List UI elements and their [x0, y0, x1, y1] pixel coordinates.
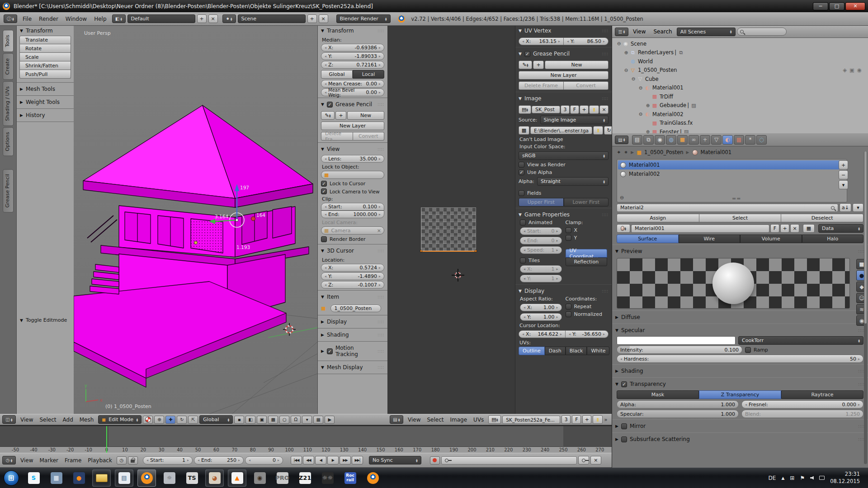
display-panel-header[interactable]: ▶Display::::: [318, 317, 387, 327]
uv-menu-uvs[interactable]: UVs: [470, 416, 487, 424]
taskbar-firefox[interactable]: ●: [70, 469, 88, 487]
clip-end-field[interactable]: ◂End:1000.000▸: [321, 211, 384, 218]
shading-panel-header[interactable]: ▶Shading::::: [612, 366, 868, 376]
outliner-row-gebaeude[interactable]: ⊕▩Gebaeude | ▨: [614, 101, 866, 110]
volume-icon[interactable]: [810, 476, 814, 480]
select-icon[interactable]: ▣: [849, 67, 854, 73]
outliner-row-cube[interactable]: ⊖▽Cube: [614, 75, 866, 84]
ramp-checkbox[interactable]: [745, 347, 751, 353]
render-border-checkbox[interactable]: [321, 236, 327, 242]
hardness-field[interactable]: ◂Hardness:50▸: [617, 355, 863, 363]
cursor-y-field[interactable]: ◂Y:-36.650▸: [566, 330, 609, 338]
repeat-checkbox[interactable]: [566, 304, 571, 310]
image-fake-user-button[interactable]: F: [570, 105, 579, 114]
add-layout-button[interactable]: +: [197, 14, 207, 23]
render-opengl-anim-button[interactable]: ▶: [325, 416, 335, 424]
outliner-menu-search[interactable]: Search: [650, 28, 675, 36]
outliner-row-trdiff[interactable]: ▩TrDiff: [614, 92, 866, 101]
image-users-button[interactable]: 3: [561, 105, 570, 114]
taskbar-gears-app[interactable]: ☼☼: [318, 469, 337, 487]
image-new-button[interactable]: +: [580, 105, 589, 114]
orientation-select[interactable]: Global▲▼: [199, 415, 233, 424]
median-z-field[interactable]: ◂Z:0.72161▸: [321, 61, 384, 69]
cursor-icon[interactable]: ◈: [843, 67, 847, 73]
tab-modifiers[interactable]: +: [700, 135, 710, 145]
clip-start-field[interactable]: ◂Start:0.100▸: [321, 203, 384, 211]
translate-button[interactable]: Translate: [19, 36, 71, 44]
screen-layout-select[interactable]: Default: [127, 14, 195, 23]
taskbar-start-button[interactable]: ⊞: [2, 469, 20, 487]
view-as-render-checkbox[interactable]: [519, 162, 524, 168]
viewport-menu-view[interactable]: View: [17, 416, 36, 424]
screen-layout-icon[interactable]: ◧▲▼: [112, 14, 126, 23]
clamp-x-checkbox[interactable]: [566, 227, 571, 233]
frame-end-field[interactable]: ◂End:250▸: [194, 456, 244, 465]
render-engine-select[interactable]: Blender Render▲▼: [336, 14, 391, 23]
transform-panel-header[interactable]: ▼Transform::::: [318, 26, 387, 36]
outliner-row-fenster[interactable]: ⊕▩Fenster | ▨: [614, 127, 866, 133]
specular-intensity-slider[interactable]: Intensity:0.100: [617, 346, 742, 354]
tab-particles[interactable]: *: [745, 135, 755, 145]
editor-type-properties-icon[interactable]: ▤▲▼: [615, 136, 628, 144]
tool-tab-grease-pencil[interactable]: Grease Pencil: [3, 169, 14, 212]
snap-element-select[interactable]: ▾: [302, 416, 312, 424]
delete-scene-button[interactable]: ×: [319, 14, 328, 23]
history-panel-header[interactable]: ▶History: [17, 110, 74, 120]
minimize-button[interactable]: ─: [813, 2, 828, 10]
global-toggle[interactable]: Global: [321, 70, 353, 79]
taskbar-paint-app[interactable]: ◕: [205, 469, 224, 487]
outliner-filter-select[interactable]: All Scenes▲▼: [677, 28, 736, 36]
editor-type-uv-icon[interactable]: ▤▲▼: [390, 415, 403, 424]
uv-add-pencil-button[interactable]: +: [533, 61, 544, 69]
mesh-tools-panel-header[interactable]: ▶Mesh Tools: [17, 84, 74, 94]
tool-tab-options[interactable]: Options: [3, 127, 14, 156]
mapping-reflection-toggle[interactable]: Reflection: [566, 258, 608, 266]
add-pencil-button[interactable]: +: [335, 111, 346, 120]
blend-field[interactable]: Blend:1.250: [741, 410, 863, 418]
lens-field[interactable]: ◂Lens:35.000▸: [321, 155, 384, 163]
frame-start-field[interactable]: ◂Start:1▸: [143, 456, 193, 465]
specular-panel-header[interactable]: ▼Specular::::: [612, 325, 868, 335]
assign-button[interactable]: Assign: [617, 214, 699, 222]
item-name-field[interactable]: 1_0500_Posten: [330, 305, 381, 312]
median-y-field[interactable]: ◂Y:-1.89033▸: [321, 52, 384, 60]
game-properties-header[interactable]: ▼Game Properties::::: [515, 210, 612, 220]
clock[interactable]: 23:31 08.12.2015: [830, 471, 860, 485]
alpha-slider[interactable]: Alpha:1.000: [617, 400, 739, 408]
preview-panel-header[interactable]: ▼Preview::::: [612, 246, 868, 256]
anim-speed-field[interactable]: ◂Speed:1▸: [520, 246, 562, 254]
lock-to-cursor-checkbox[interactable]: ✓: [321, 181, 327, 187]
filter-options-button[interactable]: ▾: [853, 203, 863, 212]
uv-draw-mode-white[interactable]: White: [587, 347, 609, 355]
jump-to-end-button[interactable]: ▶▶|: [352, 456, 363, 465]
tab-object[interactable]: ■: [677, 135, 688, 145]
image-pack-icon[interactable]: ▩: [519, 126, 529, 135]
proportional-edit-select[interactable]: ○: [279, 416, 289, 424]
view-panel-header[interactable]: ▼View::::: [318, 144, 387, 154]
menu-help[interactable]: Help: [90, 15, 110, 23]
timeline-frame-range[interactable]: [108, 426, 563, 446]
specular-color-swatch[interactable]: [617, 336, 736, 345]
weight-tools-panel-header[interactable]: ▶Weight Tools: [17, 97, 74, 107]
mean-bevel-field[interactable]: ◂Mean Bevel Weig:0.00▸: [321, 89, 384, 96]
breadcrumb-material[interactable]: Material001: [701, 149, 732, 155]
material-nodes-button[interactable]: ▦: [803, 224, 815, 233]
uvh-fake-user-button[interactable]: F: [572, 415, 581, 424]
tiles-y-field[interactable]: ◂Y:1▸: [520, 275, 562, 282]
tiles-x-field[interactable]: ◂X:1▸: [520, 265, 562, 273]
item-panel-header[interactable]: ▼Item::::: [318, 292, 387, 302]
sss-panel-header[interactable]: ▶Subsurface Scattering::::: [612, 434, 868, 444]
gp-convert-button[interactable]: Convert: [353, 132, 385, 141]
image-path-field[interactable]: E:\Blender\...enster.tga: [530, 127, 592, 134]
grease-pencil-panel-header[interactable]: ▼✓Grease Pencil::::: [318, 99, 387, 109]
scene-icon[interactable]: ⚫▲▼: [222, 14, 236, 23]
outliner-row-world[interactable]: ◍World: [614, 57, 866, 66]
selected-vertex[interactable]: [194, 241, 198, 244]
outliner-row-trainglass-fx[interactable]: ▩TrainGlass.fx: [614, 119, 866, 128]
material-link-select[interactable]: Data▲▼: [818, 224, 863, 233]
shading-panel-header[interactable]: ▶Shading::::: [318, 330, 387, 340]
keying-set-field[interactable]: [441, 456, 577, 465]
upper-first-toggle[interactable]: Upper First: [519, 198, 564, 206]
motion-tracking-panel-header[interactable]: ▶✓Motion Tracking::::: [318, 343, 387, 359]
anim-start-field[interactable]: ◂Start:0▸: [520, 227, 562, 235]
